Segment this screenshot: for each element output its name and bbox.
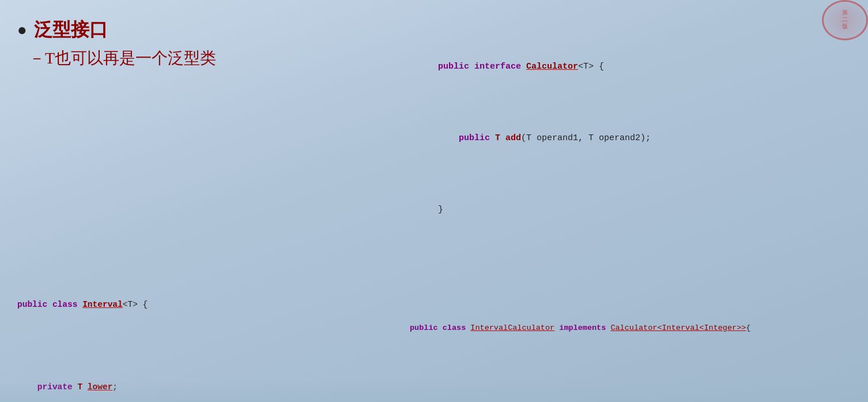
Calculator-ident: Calculator [526, 62, 578, 72]
bottom-fade [0, 379, 868, 402]
lp-line-1: public class Interval<T> { [17, 298, 346, 312]
T-type: T [495, 133, 505, 143]
kw-public-1: public [438, 62, 474, 72]
top-section: ● 泛型接口 －T也可以再是一个泛型类 public interface Cal… [17, 12, 851, 260]
code-line-3: } [386, 189, 851, 231]
rp-header: public class IntervalCalculator implemen… [363, 309, 851, 348]
code-line-2: public T add(T operand1, T operand2); [386, 117, 851, 160]
kw-interface: interface [474, 62, 526, 72]
closing-brace: } [438, 205, 443, 215]
left-top-bullets: ● 泛型接口 －T也可以再是一个泛型类 [17, 12, 352, 260]
indent-2 [438, 133, 459, 143]
slide-container: 第二版 ● 泛型接口 －T也可以再是一个泛型类 public interface… [0, 0, 868, 402]
add-ident: add [505, 133, 521, 143]
lp-blank-1 [17, 339, 346, 353]
kw-public-2: public [459, 133, 495, 143]
bullet-dot: ● [17, 21, 27, 39]
watermark: 第二版 [822, 0, 868, 40]
right-top-code: public interface Calculator<T> { public … [352, 12, 851, 260]
bullet-title: ● 泛型接口 [17, 17, 352, 43]
code-line-1: public interface Calculator<T> { [386, 46, 851, 89]
interface-code: public interface Calculator<T> { public … [386, 17, 851, 260]
generic-T: <T> { [578, 62, 604, 72]
sub-title: －T也可以再是一个泛型类 [29, 47, 352, 69]
title-text: 泛型接口 [34, 17, 108, 43]
add-params: (T operand1, T operand2); [521, 133, 651, 143]
